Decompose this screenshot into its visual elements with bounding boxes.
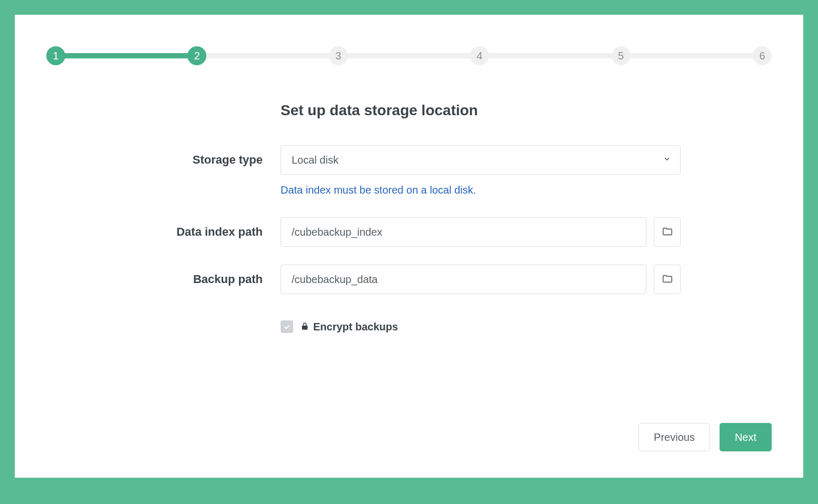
next-button[interactable]: Next	[720, 423, 772, 451]
row-backup-path: Backup path	[46, 265, 772, 294]
hint-data-index: Data index must be stored on a local dis…	[281, 184, 772, 196]
browse-data-index-button[interactable]	[654, 217, 681, 247]
folder-icon	[662, 226, 673, 239]
label-storage-type: Storage type	[46, 153, 281, 167]
step-3: 3	[329, 46, 348, 65]
step-6: 6	[753, 46, 772, 65]
wizard-stepper: 1 2 3 4 5 6	[46, 46, 772, 65]
wizard-buttons: Previous Next	[639, 423, 772, 451]
row-storage-type: Storage type Local disk	[46, 145, 772, 175]
lock-icon	[301, 321, 309, 333]
stepper-progress	[46, 53, 192, 58]
page-title: Set up data storage location	[281, 102, 772, 119]
folder-icon	[662, 273, 673, 286]
label-backup-path: Backup path	[46, 273, 281, 286]
backup-path-input[interactable]	[281, 265, 646, 294]
encrypt-label: Encrypt backups	[301, 321, 398, 333]
step-2[interactable]: 2	[187, 46, 206, 65]
wizard-panel: 1 2 3 4 5 6 Set up data storage location…	[15, 15, 803, 478]
row-data-index-path: Data index path	[46, 217, 772, 247]
encrypt-checkbox[interactable]	[281, 320, 293, 333]
row-encrypt: Encrypt backups	[281, 320, 772, 333]
step-4: 4	[470, 46, 489, 65]
storage-type-select[interactable]: Local disk	[281, 145, 681, 175]
encrypt-label-text: Encrypt backups	[313, 321, 398, 333]
step-1[interactable]: 1	[46, 46, 65, 65]
data-index-path-input[interactable]	[281, 217, 646, 247]
label-data-index-path: Data index path	[46, 225, 281, 239]
browse-backup-path-button[interactable]	[654, 265, 681, 294]
step-5: 5	[612, 46, 631, 65]
previous-button[interactable]: Previous	[639, 423, 710, 451]
